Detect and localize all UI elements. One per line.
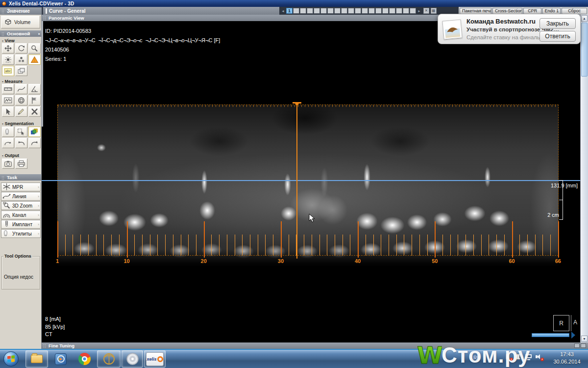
page-thumb[interactable] — [314, 8, 320, 14]
page-thumb[interactable] — [362, 8, 368, 14]
taskbar-cad-app-button[interactable] — [97, 350, 121, 368]
ruler-label-50: 50 — [432, 258, 438, 264]
sphere-icon[interactable] — [15, 95, 27, 105]
brightness-icon[interactable] — [2, 54, 14, 65]
taskbar-disc-button[interactable] — [122, 350, 143, 368]
camera-icon[interactable] — [2, 158, 14, 169]
curve-icon[interactable] — [15, 84, 27, 94]
volume-button[interactable]: Volume — [1, 16, 40, 28]
printer-icon[interactable] — [15, 158, 27, 169]
page-thumb[interactable] — [368, 8, 375, 14]
taskbar-xelis-button[interactable]: xelis — [144, 350, 166, 368]
panoramic-viewer[interactable]: Panoramic View ID: PID2014-00583¬J¬С¬к¬е… — [42, 15, 580, 342]
ruler-major-tick — [435, 221, 436, 258]
page-thumb[interactable] — [320, 8, 327, 14]
ruler-icon[interactable] — [2, 84, 14, 94]
notification-reply-button[interactable]: Ответить — [539, 31, 576, 42]
redo-icon[interactable] — [28, 138, 41, 148]
rotate-icon[interactable] — [15, 43, 27, 53]
page-thumb[interactable] — [396, 8, 402, 14]
windmill-icon[interactable] — [15, 54, 27, 65]
grid-layout-icon[interactable]: ▦ — [431, 8, 437, 14]
ruler-major-tick — [558, 221, 559, 258]
scroll-left-icon[interactable]: ◄ — [281, 9, 285, 13]
position-indicator-line[interactable] — [296, 104, 297, 259]
angle-icon[interactable] — [28, 84, 41, 94]
page-thumb[interactable] — [355, 8, 361, 14]
task-button-утилиты[interactable]: Утилиты› — [1, 229, 41, 238]
tooth-probe-icon[interactable] — [2, 127, 14, 137]
taskbar-clock[interactable]: 17:43 30.06.2014 — [548, 351, 586, 366]
page-thumb[interactable] — [334, 8, 341, 14]
page-thumb[interactable] — [293, 8, 299, 14]
flag-icon[interactable] — [28, 95, 41, 105]
volume-render-icon[interactable] — [28, 54, 41, 65]
cross-section-button[interactable]: Cross-Section — [492, 8, 522, 14]
slider-arrow-icon[interactable] — [571, 332, 575, 339]
colors-icon[interactable] — [28, 127, 41, 137]
tab-curve-general[interactable]: Curve - General — [43, 7, 279, 15]
page-thumb[interactable] — [348, 8, 354, 14]
undo-icon[interactable] — [15, 138, 27, 148]
region-grab-icon[interactable] — [15, 127, 27, 137]
ruler-minor-tick — [350, 235, 350, 256]
move-icon[interactable] — [2, 43, 14, 53]
flip-icon[interactable] — [2, 138, 14, 148]
main-section-header[interactable]: Основной ▸ — [0, 30, 42, 37]
annotation-icon[interactable]: abc — [2, 66, 14, 76]
page-thumb[interactable] — [327, 8, 334, 14]
task-button-3d-zoom[interactable]: 3D Zoom› — [1, 201, 41, 210]
reset-button[interactable]: Сброс — [562, 8, 587, 14]
notification-close-button[interactable]: Закрыть — [539, 18, 576, 29]
page-thumb[interactable] — [375, 8, 382, 14]
delete-icon[interactable] — [28, 106, 41, 117]
cpr-button[interactable]: CPR — [523, 8, 541, 14]
vertical-scrollbar[interactable]: ▲ ▼ — [580, 15, 588, 342]
page-thumb[interactable] — [410, 8, 416, 14]
position-slider[interactable] — [532, 333, 569, 337]
settings-icon[interactable] — [581, 343, 586, 348]
page-thumb-current[interactable]: 1 — [286, 8, 293, 14]
page-thumb[interactable] — [300, 8, 306, 14]
zoom-icon[interactable] — [28, 43, 41, 53]
page-thumb[interactable] — [341, 8, 347, 14]
ruler-minor-tick — [542, 235, 543, 256]
ruler-major-tick — [281, 221, 282, 258]
scrollbar-thumb[interactable] — [581, 23, 588, 77]
task-section-header[interactable]: Task — [0, 174, 42, 181]
start-button[interactable] — [3, 351, 19, 367]
select-icon[interactable] — [2, 106, 14, 117]
sidebar-panel-header[interactable]: Значение — [0, 7, 42, 15]
task-button-имплант[interactable]: Имплант› — [1, 220, 41, 229]
scroll-down-icon[interactable]: ▼ — [581, 336, 588, 342]
layers-icon[interactable] — [15, 66, 27, 76]
taskbar-mediaplayer-button[interactable]: ▶ — [50, 350, 72, 368]
scroll-up-icon[interactable]: ▲ — [581, 15, 588, 22]
batch-print-button[interactable]: Пакетная печа — [460, 8, 491, 14]
endo-button[interactable]: Endo 1 — [542, 8, 561, 14]
task-button-канал[interactable]: Канал› — [1, 210, 41, 219]
splitter-handle[interactable] — [42, 21, 43, 127]
measurement-line[interactable] — [42, 180, 580, 181]
notification-title: Команда Bestwatch.ru — [466, 18, 536, 25]
page-thumb[interactable] — [307, 8, 313, 14]
profile-icon[interactable] — [2, 95, 14, 105]
taskbar-chrome-button[interactable] — [74, 350, 95, 368]
page-thumb[interactable] — [389, 8, 395, 14]
pencil-icon[interactable] — [15, 106, 27, 117]
window-title: Xelis Dental-CDViewer - 3D — [9, 1, 74, 6]
taskbar-explorer-button[interactable] — [25, 350, 48, 368]
ruler-minor-tick — [519, 235, 520, 256]
panoramic-xray-image[interactable] — [57, 105, 559, 267]
page-thumb[interactable] — [382, 8, 389, 14]
task-button-mpr[interactable]: MPR› — [1, 183, 41, 191]
scroll-right-icon[interactable]: ► — [417, 9, 421, 13]
panel-icon[interactable] — [574, 343, 580, 348]
ruler-minor-tick — [404, 235, 404, 256]
output-section-label: - Output — [0, 153, 19, 158]
close-view-icon[interactable]: ✕ — [423, 8, 429, 14]
segmentation-section-label: - Segmentation — [0, 121, 34, 126]
page-thumb[interactable] — [403, 8, 409, 14]
task-button-линия[interactable]: Линия› — [1, 192, 41, 201]
volume-muted-icon[interactable]: ✕ — [536, 353, 542, 360]
